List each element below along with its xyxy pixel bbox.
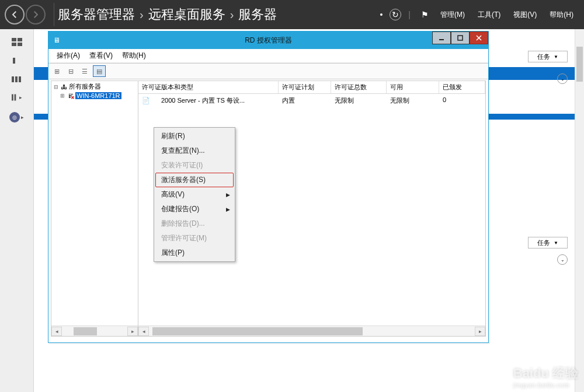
menu-manage[interactable]: 管理(M) bbox=[436, 8, 470, 22]
details-view-icon[interactable]: ▤ bbox=[93, 65, 106, 77]
content: ▸ ◎▸ 任务▼ ⌄ 任务▼ ⌄ 🖥 RD 授权管理器 bbox=[0, 29, 584, 392]
ctx-refresh[interactable]: 刷新(R) bbox=[155, 129, 234, 144]
ctx-manage-license: 管理许可证(M) bbox=[155, 231, 234, 246]
svg-rect-1 bbox=[18, 38, 22, 41]
svg-rect-9 bbox=[14, 94, 16, 101]
ctx-advanced[interactable]: 高级(V)▶ bbox=[155, 187, 234, 202]
close-button[interactable] bbox=[470, 32, 488, 44]
menu-view[interactable]: 查看(V) bbox=[85, 49, 117, 62]
cell-avail: 无限制 bbox=[387, 95, 439, 106]
svg-rect-10 bbox=[439, 39, 444, 40]
list-tool-icon[interactable]: ☰ bbox=[79, 65, 91, 77]
menu-tools[interactable]: 工具(T) bbox=[473, 8, 505, 22]
window-controls bbox=[432, 32, 488, 44]
tree-server-label: WIN-6MR171R bbox=[75, 92, 121, 99]
ctx-activate-server[interactable]: 激活服务器(S) bbox=[155, 173, 234, 187]
chevron-down-icon: ⌄ bbox=[561, 76, 565, 82]
left-nav-strip: ▸ ◎▸ bbox=[0, 29, 34, 392]
watermark-cat: 经验 bbox=[552, 366, 578, 380]
scrollbar-thumb[interactable] bbox=[74, 327, 97, 335]
svg-point-13 bbox=[561, 349, 567, 355]
all-servers-icon[interactable] bbox=[12, 75, 22, 83]
window-toolbar: ⊞ ⊟ ☰ ▤ bbox=[48, 63, 488, 79]
tree-hscroll[interactable]: ◂ ▸ bbox=[51, 326, 138, 336]
vertical-scrollbar[interactable] bbox=[575, 29, 584, 392]
watermark-url: jingyan.baidu.com bbox=[513, 382, 578, 388]
cell-type: 📄 Wi 2000 Server - 内置 TS 每设... bbox=[138, 95, 279, 106]
cert-icon: 📄 bbox=[142, 97, 150, 104]
scroll-left-icon[interactable]: ◂ bbox=[138, 327, 149, 336]
tasks-dropdown[interactable]: 任务▼ bbox=[528, 237, 568, 249]
cell-plan: 内置 bbox=[279, 95, 331, 106]
scrollbar-thumb[interactable] bbox=[152, 327, 363, 335]
refresh-icon[interactable]: ↻ bbox=[390, 9, 401, 20]
header-actions: • ↻ | ⚑ 管理(M) 工具(T) 视图(V) 帮助(H) bbox=[376, 8, 578, 22]
collapse-button[interactable]: ⌄ bbox=[557, 254, 568, 265]
tree-tool-icon[interactable]: ⊟ bbox=[65, 65, 77, 77]
col-total[interactable]: 许可证总数 bbox=[331, 81, 387, 93]
bullet-icon: • bbox=[376, 8, 386, 22]
col-issued[interactable]: 已颁发 bbox=[439, 81, 485, 93]
tree-pane: ⊟ 🖧 所有服务器 ⊞ 🖥✖ WIN-6MR171R ◂ ▸ bbox=[51, 80, 138, 337]
svg-rect-2 bbox=[12, 43, 16, 46]
local-server-icon[interactable] bbox=[12, 56, 22, 64]
tree-tool-icon[interactable]: ⊞ bbox=[51, 65, 62, 77]
list-row[interactable]: 📄 Wi 2000 Server - 内置 TS 每设... 内置 无限制 无限… bbox=[138, 94, 485, 107]
menu-view[interactable]: 视图(V) bbox=[509, 8, 541, 22]
svg-rect-5 bbox=[12, 76, 14, 82]
svg-rect-11 bbox=[458, 36, 463, 40]
ctx-create-report[interactable]: 创建报告(O)▶ bbox=[155, 202, 234, 216]
file-services-icon[interactable]: ▸ bbox=[12, 93, 22, 102]
nav-buttons bbox=[0, 5, 50, 24]
chevron-down-icon: ▼ bbox=[554, 54, 558, 60]
list-hscroll[interactable]: ◂ ▸ bbox=[138, 326, 485, 336]
nav-back-button[interactable] bbox=[5, 5, 25, 24]
tree-server-item[interactable]: ⊞ 🖥✖ WIN-6MR171R bbox=[51, 92, 138, 100]
tree-root[interactable]: ⊟ 🖧 所有服务器 bbox=[51, 82, 138, 92]
ctx-properties[interactable]: 属性(P) bbox=[155, 246, 234, 260]
col-avail[interactable]: 可用 bbox=[387, 81, 439, 93]
svg-rect-8 bbox=[12, 94, 13, 101]
dashboard-icon[interactable] bbox=[12, 37, 22, 46]
scroll-left-icon[interactable]: ◂ bbox=[51, 327, 62, 336]
context-menu: 刷新(R) 复查配置(N)... 安装许可证(I) 激活服务器(S) 高级(V)… bbox=[154, 127, 235, 262]
flag-icon[interactable]: ⚑ bbox=[418, 8, 432, 22]
cell-total: 无限制 bbox=[331, 95, 387, 106]
collapse-icon[interactable]: ⊟ bbox=[53, 84, 59, 90]
expand-icon[interactable]: ⊞ bbox=[60, 93, 65, 99]
window-titlebar[interactable]: 🖥 RD 授权管理器 bbox=[48, 32, 488, 49]
scroll-right-icon[interactable]: ▸ bbox=[127, 327, 138, 336]
breadcrumb-level2[interactable]: 远程桌面服务 bbox=[148, 6, 225, 23]
chevron-right-icon: › bbox=[230, 8, 234, 22]
rds-circle-icon: ◎ bbox=[9, 112, 20, 123]
breadcrumb: 服务器管理器 › 远程桌面服务 › 服务器 bbox=[58, 6, 277, 23]
ctx-delete-report: 删除报告(D)... bbox=[155, 216, 234, 231]
breadcrumb-level3[interactable]: 服务器 bbox=[238, 6, 277, 23]
tasks-dropdown[interactable]: 任务▼ bbox=[528, 51, 568, 62]
window-body: ⊟ 🖧 所有服务器 ⊞ 🖥✖ WIN-6MR171R ◂ ▸ bbox=[51, 80, 486, 337]
app-icon: 🖥 bbox=[53, 36, 60, 44]
chevron-down-icon: ▼ bbox=[554, 240, 558, 246]
col-plan[interactable]: 许可证计划 bbox=[279, 81, 331, 93]
col-type[interactable]: 许可证版本和类型 bbox=[138, 81, 279, 93]
svg-point-12 bbox=[554, 352, 560, 358]
nav-forward-button[interactable] bbox=[26, 5, 46, 24]
maximize-button[interactable] bbox=[451, 32, 470, 44]
minimize-button[interactable] bbox=[432, 32, 451, 44]
breadcrumb-root[interactable]: 服务器管理器 bbox=[58, 6, 135, 23]
menu-help[interactable]: 帮助(H) bbox=[117, 49, 151, 62]
server-error-icon: 🖥✖ bbox=[67, 92, 74, 99]
ctx-install-license: 安装许可证(I) bbox=[155, 158, 234, 173]
rd-licensing-window: 🖥 RD 授权管理器 操作(A) 查看(V) 帮助(H) ⊞ ⊟ ☰ ▤ bbox=[48, 31, 489, 343]
rds-icon[interactable]: ◎▸ bbox=[9, 112, 24, 123]
menu-action[interactable]: 操作(A) bbox=[52, 49, 85, 62]
scrollbar-thumb[interactable] bbox=[576, 47, 583, 82]
scroll-right-icon[interactable]: ▸ bbox=[475, 327, 485, 336]
ctx-review-config[interactable]: 复查配置(N)... bbox=[155, 144, 234, 158]
menu-help[interactable]: 帮助(H) bbox=[545, 8, 578, 22]
window-menubar: 操作(A) 查看(V) 帮助(H) bbox=[48, 49, 488, 63]
chevron-right-icon: › bbox=[140, 8, 144, 22]
divider bbox=[54, 3, 54, 26]
tree-root-label: 所有服务器 bbox=[69, 82, 101, 91]
collapse-button[interactable]: ⌄ bbox=[557, 74, 568, 84]
